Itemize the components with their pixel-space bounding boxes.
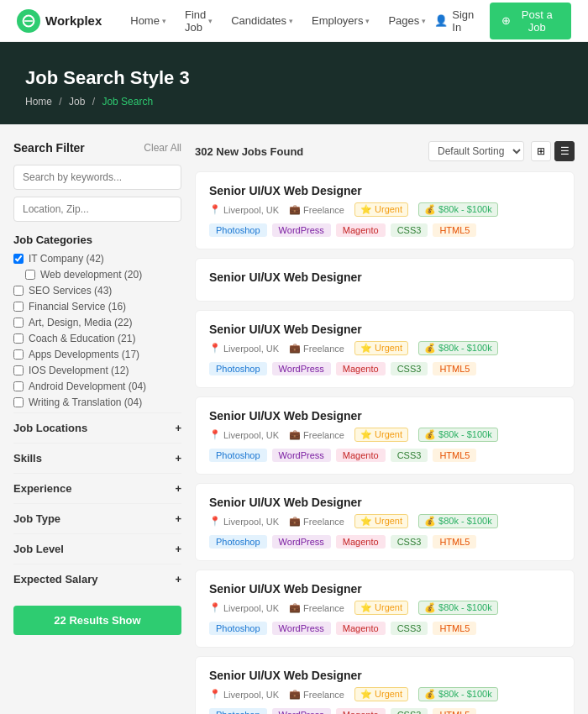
category-checkbox[interactable] bbox=[13, 254, 24, 264]
urgent-badge: ⭐ Urgent bbox=[354, 202, 408, 217]
job-type: 💼Freelance bbox=[289, 202, 344, 217]
collapsible-section[interactable]: Experience+ bbox=[13, 473, 181, 503]
grid-view-button[interactable]: ⊞ bbox=[531, 141, 551, 161]
nav-candidates[interactable]: Candidates ▾ bbox=[223, 3, 302, 39]
tag-html5: HTML5 bbox=[433, 708, 476, 714]
filter-title: Search Filter bbox=[13, 141, 85, 155]
job-card[interactable]: Senior UI/UX Web Designer 📍Liverpool, UK… bbox=[195, 310, 575, 388]
category-item[interactable]: Writing & Translation (04) bbox=[13, 396, 181, 408]
plus-circle-icon: ⊕ bbox=[501, 14, 511, 27]
category-checkbox[interactable] bbox=[13, 365, 24, 375]
collapsible-section[interactable]: Skills+ bbox=[13, 443, 181, 473]
location-search-input[interactable] bbox=[13, 197, 181, 222]
collapsible-section[interactable]: Job Level+ bbox=[13, 533, 181, 564]
category-item[interactable]: SEO Services (43) bbox=[13, 285, 181, 297]
job-location: 📍Liverpool, UK bbox=[209, 514, 279, 528]
tag-magento: Magento bbox=[336, 223, 386, 237]
tag-css3: CSS3 bbox=[391, 535, 428, 549]
category-label: Apps Developments (17) bbox=[29, 349, 139, 360]
tag-photoshop: Photoshop bbox=[209, 362, 267, 375]
job-card[interactable]: Senior UI/UX Web Designer 📍Liverpool, UK… bbox=[195, 483, 575, 561]
user-icon: 👤 bbox=[434, 14, 448, 27]
job-meta: 📍Liverpool, UK💼Freelance⭐ Urgent💰 $80k -… bbox=[209, 601, 560, 615]
tag-html5: HTML5 bbox=[433, 535, 476, 549]
category-checkbox[interactable] bbox=[13, 333, 24, 344]
job-tags: PhotoshopWordPressMagentoCSS3HTML5 bbox=[209, 362, 560, 375]
sorting-select[interactable]: Default Sorting bbox=[428, 141, 524, 161]
nav-employers[interactable]: Employers ▾ bbox=[303, 3, 378, 39]
collapsible-section[interactable]: Job Type+ bbox=[13, 503, 181, 533]
list-view-button[interactable]: ☰ bbox=[554, 141, 575, 161]
category-checkbox[interactable] bbox=[13, 302, 24, 312]
nav-pages[interactable]: Pages ▾ bbox=[380, 3, 434, 39]
view-toggle: ⊞ ☰ bbox=[531, 141, 575, 161]
briefcase-icon: 💼 bbox=[289, 429, 301, 440]
category-checkbox[interactable] bbox=[13, 397, 24, 407]
category-label: Financial Service (16) bbox=[29, 301, 126, 312]
job-tags: PhotoshopWordPressMagentoCSS3HTML5 bbox=[209, 622, 560, 635]
job-card[interactable]: Senior UI/UX Web Designer 📍Liverpool, UK… bbox=[195, 656, 575, 714]
collapsible-section[interactable]: Expected Salary+ bbox=[13, 564, 181, 594]
tag-css3: CSS3 bbox=[391, 708, 428, 714]
category-checkbox[interactable] bbox=[13, 318, 24, 328]
breadcrumb-job[interactable]: Job bbox=[69, 96, 85, 108]
category-item[interactable]: Apps Developments (17) bbox=[13, 349, 181, 360]
category-checkbox[interactable] bbox=[13, 381, 24, 391]
category-item[interactable]: Coach & Education (21) bbox=[13, 333, 181, 344]
job-card[interactable]: Senior UI/UX Web Designer bbox=[195, 258, 575, 302]
tag-html5: HTML5 bbox=[433, 622, 476, 635]
category-checkbox[interactable] bbox=[13, 349, 24, 360]
logo[interactable]: Workplex bbox=[17, 9, 102, 33]
category-checkbox[interactable] bbox=[13, 286, 24, 296]
urgent-badge: ⭐ Urgent bbox=[354, 687, 408, 701]
tag-wordpress: WordPress bbox=[272, 223, 331, 237]
breadcrumb-current: Job Search bbox=[102, 96, 153, 108]
chevron-down-icon: ▾ bbox=[162, 17, 166, 25]
category-item[interactable]: IT Company (42) bbox=[13, 253, 181, 265]
section-label: Job Locations bbox=[13, 422, 87, 434]
category-label: Writing & Translation (04) bbox=[29, 396, 142, 408]
plus-icon: + bbox=[175, 422, 181, 434]
jobs-container: Senior UI/UX Web Designer 📍Liverpool, UK… bbox=[195, 171, 575, 714]
job-title: Senior UI/UX Web Designer bbox=[209, 496, 560, 509]
breadcrumb-home[interactable]: Home bbox=[25, 96, 52, 108]
job-location: 📍Liverpool, UK bbox=[209, 341, 279, 355]
job-location: 📍Liverpool, UK bbox=[209, 428, 279, 442]
chevron-down-icon: ▾ bbox=[208, 17, 213, 25]
section-label: Job Level bbox=[13, 543, 64, 555]
nav-home[interactable]: Home ▾ bbox=[122, 3, 175, 39]
keyword-search-input[interactable] bbox=[13, 165, 181, 190]
job-location: 📍Liverpool, UK bbox=[209, 202, 279, 217]
location-icon: 📍 bbox=[209, 204, 221, 215]
category-item[interactable]: Financial Service (16) bbox=[13, 301, 181, 312]
job-card[interactable]: Senior UI/UX Web Designer 📍Liverpool, UK… bbox=[195, 396, 575, 475]
job-card[interactable]: Senior UI/UX Web Designer 📍Liverpool, UK… bbox=[195, 570, 575, 648]
category-item[interactable]: Web development (20) bbox=[25, 269, 181, 281]
job-type: 💼Freelance bbox=[289, 601, 344, 615]
section-label: Expected Salary bbox=[13, 573, 97, 585]
sidebar: Search Filter Clear All Job Categories I… bbox=[13, 141, 181, 714]
collapsible-container: Job Locations+Skills+Experience+Job Type… bbox=[13, 412, 181, 594]
job-meta: 📍Liverpool, UK💼Freelance⭐ Urgent💰 $80k -… bbox=[209, 341, 560, 355]
collapsible-section[interactable]: Job Locations+ bbox=[13, 412, 181, 443]
job-tags: PhotoshopWordPressMagentoCSS3HTML5 bbox=[209, 708, 560, 714]
sign-in-button[interactable]: 👤 Sign In bbox=[434, 8, 480, 34]
post-job-button[interactable]: ⊕ Post a Job bbox=[490, 3, 572, 39]
list-controls: Default Sorting ⊞ ☰ bbox=[428, 141, 575, 161]
nav-find-job[interactable]: Find Job ▾ bbox=[176, 3, 221, 39]
results-show-button[interactable]: 22 Results Show bbox=[13, 606, 181, 635]
job-card[interactable]: Senior UI/UX Web Designer 📍Liverpool, UK… bbox=[195, 171, 575, 249]
tag-wordpress: WordPress bbox=[272, 535, 331, 549]
location-search-wrap bbox=[13, 197, 181, 222]
clear-all-button[interactable]: Clear All bbox=[144, 142, 181, 154]
salary-badge: 💰 $80k - $100k bbox=[418, 687, 498, 701]
plus-icon: + bbox=[175, 573, 181, 585]
category-item[interactable]: IOS Development (12) bbox=[13, 365, 181, 376]
job-title: Senior UI/UX Web Designer bbox=[209, 323, 560, 336]
keyword-search-wrap bbox=[13, 165, 181, 190]
category-item[interactable]: Android Development (04) bbox=[13, 381, 181, 392]
job-title: Senior UI/UX Web Designer bbox=[209, 409, 560, 423]
tag-magento: Magento bbox=[336, 535, 386, 549]
category-item[interactable]: Art, Design, Media (22) bbox=[13, 317, 181, 328]
category-checkbox[interactable] bbox=[25, 270, 35, 280]
